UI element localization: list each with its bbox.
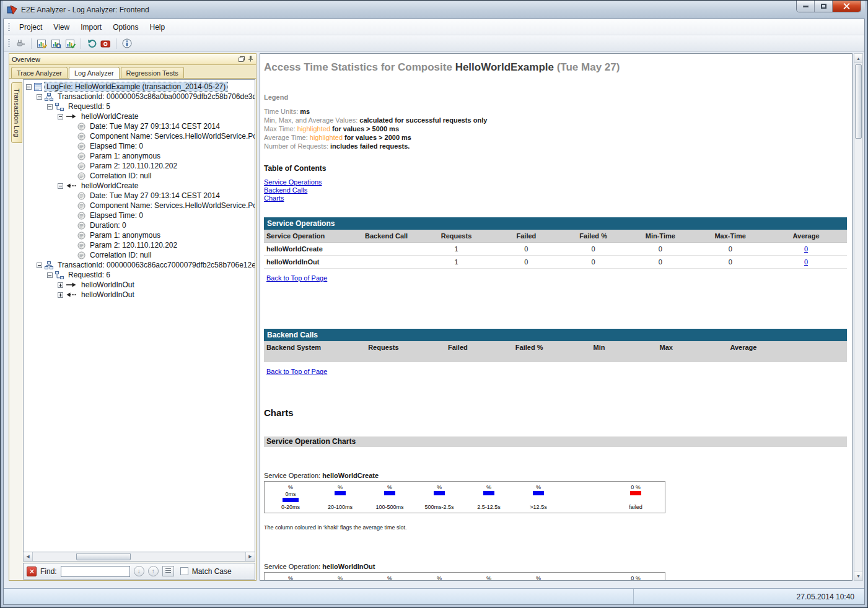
pin-panel-icon[interactable] bbox=[248, 55, 253, 63]
match-case-checkbox[interactable] bbox=[180, 567, 188, 575]
toc-link-service-operations[interactable]: Service Operations bbox=[264, 178, 847, 186]
menu-item-import[interactable]: Import bbox=[75, 20, 107, 34]
tree-node-label: Component Name: Services.HelloWorldServi… bbox=[88, 132, 255, 141]
table-cell-min_time: 0 bbox=[625, 243, 695, 255]
tree-node[interactable]: RequestId: 5 bbox=[24, 102, 255, 111]
regression-tests-icon[interactable] bbox=[63, 37, 77, 50]
scroll-thumb[interactable] bbox=[76, 553, 131, 560]
tree-node[interactable]: Date: Tue May 27 09:13:14 CEST 2014 bbox=[24, 191, 255, 201]
close-icon bbox=[30, 569, 34, 573]
arrow-right-icon bbox=[66, 282, 77, 288]
log-analyzer-icon[interactable] bbox=[49, 37, 63, 50]
back-to-top-link[interactable]: Back to Top of Page bbox=[266, 274, 327, 282]
maximize-button[interactable] bbox=[815, 1, 833, 12]
find-options-button[interactable] bbox=[162, 566, 174, 576]
service-operations-table: Service OperationBackend CallRequestsFai… bbox=[264, 230, 847, 269]
tree-node[interactable]: helloWorldCreate bbox=[24, 111, 255, 121]
title-bar[interactable]: E2E Analyzer - Log Analyzer: Frontend bbox=[3, 1, 865, 19]
tree-node[interactable]: helloWorldCreate bbox=[24, 181, 255, 191]
find-close-button[interactable] bbox=[27, 567, 37, 576]
tree-node[interactable]: Correlation ID: null bbox=[24, 250, 255, 260]
collapse-toggle[interactable] bbox=[47, 272, 53, 278]
collapse-toggle[interactable] bbox=[37, 263, 42, 268]
scroll-track[interactable] bbox=[33, 552, 245, 561]
list-icon bbox=[165, 568, 171, 574]
menu-item-project[interactable]: Project bbox=[14, 20, 48, 34]
collapse-toggle[interactable] bbox=[26, 84, 32, 90]
tree-node[interactable]: Param 2: 120.110.120.202 bbox=[24, 240, 255, 250]
table-cell-backend_call bbox=[351, 243, 421, 255]
menubar-grip[interactable] bbox=[8, 23, 10, 32]
chart-percent-label: % bbox=[486, 575, 491, 581]
transaction-log-side-tab[interactable]: Transaction Log bbox=[11, 82, 22, 143]
column-header: Requests bbox=[421, 230, 491, 242]
tree-node[interactable]: TransactionId: 000000053c86a0ba000079dfb… bbox=[24, 92, 255, 102]
find-next-button[interactable]: ↓ bbox=[134, 566, 144, 576]
scroll-left-arrow[interactable]: ◀ bbox=[24, 552, 33, 561]
chart-bar-blue bbox=[283, 498, 299, 502]
report-title-suffix: (Tue May 27) bbox=[554, 61, 620, 73]
tree-node[interactable]: Param 1: anonymous bbox=[24, 151, 255, 161]
tree-node[interactable]: RequestId: 6 bbox=[24, 270, 255, 280]
tree-node[interactable]: TransactionId: 000000063c86acc7000079dfb… bbox=[24, 260, 255, 270]
scroll-down-arrow[interactable]: ▼ bbox=[854, 571, 862, 580]
legend-label: Average Time: bbox=[264, 134, 310, 141]
legend-value: calculated for successful requests only bbox=[359, 116, 487, 124]
chart-bar-blue bbox=[384, 491, 395, 495]
menu-item-view[interactable]: View bbox=[48, 20, 75, 34]
expand-toggle[interactable] bbox=[58, 282, 63, 288]
tree-node[interactable]: LogFile: HelloWorldExample (transaction_… bbox=[24, 82, 255, 92]
find-previous-button[interactable]: ↑ bbox=[148, 566, 159, 576]
tree-node-label: helloWorldCreate bbox=[79, 181, 141, 190]
info-icon bbox=[77, 123, 85, 131]
toc-link-backend-calls[interactable]: Backend Calls bbox=[264, 186, 847, 194]
tree-node[interactable]: Param 1: anonymous bbox=[24, 230, 255, 240]
trace-analyzer-icon[interactable] bbox=[35, 37, 49, 50]
scroll-up-arrow[interactable]: ▲ bbox=[854, 54, 862, 63]
tree-node[interactable]: Correlation ID: null bbox=[24, 171, 255, 181]
menu-item-help[interactable]: Help bbox=[144, 20, 171, 34]
tree-node[interactable]: Component Name: Services.HelloWorldServi… bbox=[24, 201, 255, 211]
average-link[interactable]: 0 bbox=[804, 258, 808, 266]
float-panel-icon[interactable] bbox=[239, 56, 245, 63]
back-to-top-link[interactable]: Back to Top of Page bbox=[266, 368, 327, 375]
collapse-toggle[interactable] bbox=[58, 114, 63, 119]
tree-node[interactable]: Elapsed Time: 0 bbox=[24, 141, 255, 151]
tree-node[interactable]: Component Name: Services.HelloWorldServi… bbox=[24, 131, 255, 141]
tree-node-label: Component Name: Services.HelloWorldServi… bbox=[88, 201, 255, 210]
menu-item-options[interactable]: Options bbox=[107, 20, 144, 34]
collapse-toggle[interactable] bbox=[47, 104, 53, 110]
tree-horizontal-scrollbar[interactable]: ◀ ▶ bbox=[23, 552, 255, 562]
tree-node[interactable]: Elapsed Time: 0 bbox=[24, 211, 255, 220]
scroll-thumb[interactable] bbox=[855, 64, 862, 139]
table-row: helloWorldInOut100000 bbox=[264, 256, 847, 269]
toc-link-charts[interactable]: Charts bbox=[264, 194, 847, 202]
plug-icon[interactable] bbox=[14, 37, 28, 50]
minimize-button[interactable] bbox=[797, 1, 815, 12]
tree-node[interactable]: helloWorldInOut bbox=[24, 280, 255, 290]
expand-toggle[interactable] bbox=[58, 292, 63, 298]
average-link[interactable]: 0 bbox=[804, 245, 808, 253]
info-icon bbox=[77, 232, 85, 240]
tree-node[interactable]: helloWorldInOut bbox=[24, 290, 255, 300]
snapshot-icon[interactable] bbox=[99, 37, 113, 50]
info-icon[interactable] bbox=[120, 37, 134, 50]
tree-node[interactable]: Date: Tue May 27 09:13:14 CEST 2014 bbox=[24, 121, 255, 131]
toolbar-grip[interactable] bbox=[8, 39, 10, 48]
scroll-track[interactable] bbox=[854, 63, 862, 571]
collapse-toggle[interactable] bbox=[37, 94, 42, 100]
tab-regression-tests[interactable]: Regression Tests bbox=[121, 67, 184, 78]
tree-node[interactable]: Duration: 0 bbox=[24, 220, 255, 230]
chart-column: %100-500ms bbox=[365, 484, 414, 511]
tab-log-analyzer[interactable]: Log Analyzer bbox=[69, 67, 120, 79]
tree-node[interactable]: Param 2: 120.110.120.202 bbox=[24, 161, 255, 171]
tab-trace-analyzer[interactable]: Trace Analyzer bbox=[11, 67, 68, 78]
logfile-icon bbox=[34, 83, 42, 91]
close-button[interactable] bbox=[833, 1, 861, 12]
chart-category-label: 2.5-12.5s bbox=[477, 504, 501, 511]
undo-icon[interactable] bbox=[84, 37, 99, 50]
find-input[interactable] bbox=[61, 566, 130, 577]
report-vertical-scrollbar[interactable]: ▲ ▼ bbox=[854, 53, 863, 581]
collapse-toggle[interactable] bbox=[58, 183, 63, 189]
scroll-right-arrow[interactable]: ▶ bbox=[245, 552, 255, 561]
